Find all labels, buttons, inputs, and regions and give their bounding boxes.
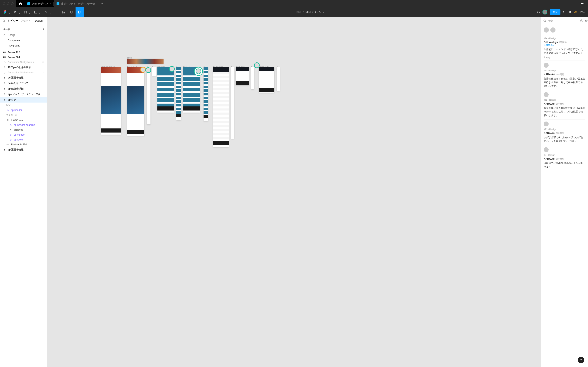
layer-item[interactable]: Frame 684 xyxy=(0,55,47,60)
filter-icon[interactable] xyxy=(585,19,588,22)
comment-thread[interactable]: #12 · DesignNARA Aoi1時間前背景画像は高さ186pxで固定、… xyxy=(544,90,585,119)
layer-label: sp-header-headline xyxy=(14,124,35,126)
frame-sp-3[interactable] xyxy=(176,67,181,120)
layer-item[interactable]: スクロール xyxy=(0,113,47,118)
component-icon: ◇ xyxy=(9,124,12,126)
layer-item[interactable]: #1920pxのときの表示 xyxy=(0,65,47,70)
svg-point-18 xyxy=(587,20,588,21)
avatar xyxy=(544,122,549,126)
frame-pc-study[interactable] xyxy=(213,67,229,147)
svg-rect-5 xyxy=(35,11,37,13)
layer-item[interactable]: ◇Annotation Sticky Notes👁 xyxy=(0,60,47,65)
layer-item[interactable]: ◇sp-header-headline xyxy=(0,123,47,127)
layer-item[interactable]: #pc/私たちについて xyxy=(0,81,47,86)
help-button[interactable]: ? xyxy=(578,357,584,363)
page-item-design[interactable]: ✓Design xyxy=(3,33,44,38)
page-selector[interactable]: Design ⌃ xyxy=(35,19,45,22)
layer-item[interactable]: ◇Annotation Sticky Notes👁 xyxy=(0,70,47,75)
share-button[interactable]: 共有 xyxy=(550,9,561,15)
layer-item[interactable]: ◇sp-contact xyxy=(0,132,47,137)
layer-item[interactable]: #sp/運営者情報 xyxy=(0,147,47,152)
layer-item[interactable]: ≡Frame 745 xyxy=(0,118,47,123)
layers-tab[interactable]: レイヤー xyxy=(8,19,18,22)
hand-tool[interactable] xyxy=(67,7,76,17)
layer-item[interactable]: #sp/勉強会詳細 xyxy=(0,86,47,92)
svg-rect-13 xyxy=(4,57,6,58)
frame-sp-5[interactable] xyxy=(231,67,234,139)
shape-tool[interactable]: ▾ xyxy=(31,7,41,17)
avatar[interactable] xyxy=(550,27,555,33)
menu-button[interactable]: ••• xyxy=(578,2,588,5)
layer-label: sp/ハンバーガーメニュー中身 xyxy=(8,92,41,96)
resources-tool[interactable] xyxy=(59,7,67,17)
layer-item[interactable]: ◇sp-footer xyxy=(0,137,47,142)
layer-item[interactable]: #archives xyxy=(0,127,47,132)
layer-item[interactable]: —Rectangle 250 xyxy=(0,142,47,147)
frame-pc-admin[interactable] xyxy=(259,67,274,92)
comment-reply-count[interactable]: 1 reply xyxy=(544,56,585,58)
dev-mode-button[interactable] xyxy=(563,10,567,14)
breadcrumb-team[interactable]: DIST xyxy=(296,11,301,13)
pen-tool[interactable]: ▾ xyxy=(41,7,51,17)
frame-sp-7[interactable] xyxy=(277,67,280,91)
comment-search-input[interactable] xyxy=(548,19,579,22)
search-icon[interactable] xyxy=(2,19,5,22)
user-avatar[interactable] xyxy=(543,9,547,15)
svg-point-9 xyxy=(3,20,4,21)
layer-label: Annotation Sticky Notes xyxy=(8,61,34,64)
present-button[interactable] xyxy=(569,11,572,13)
text-tool[interactable] xyxy=(51,7,59,17)
frame-sp-6[interactable] xyxy=(251,67,254,89)
assets-tab[interactable]: アセット xyxy=(21,19,31,22)
comment-thread[interactable]: #11 · DesignNARA Aoi1時間前タグが全部で6つあるので6つタグ… xyxy=(544,119,585,145)
frame-sp-2[interactable] xyxy=(152,67,156,76)
frame-tool[interactable]: ▾ xyxy=(20,7,31,17)
avatar[interactable] xyxy=(544,27,549,33)
frame-sp-4[interactable] xyxy=(204,67,208,121)
comment-tool[interactable] xyxy=(76,7,84,17)
add-tab-button[interactable]: + xyxy=(98,2,106,5)
svg-point-4 xyxy=(4,12,5,14)
layer-item[interactable]: ◇sp-header xyxy=(0,108,47,113)
missing-fonts[interactable]: A? xyxy=(574,11,578,13)
page-item-playground[interactable]: Playground xyxy=(3,43,44,48)
window-traffic-lights[interactable] xyxy=(0,2,16,5)
tab-dist-design[interactable]: DIST デザイン × xyxy=(25,0,54,7)
layer-item[interactable]: #sp/ハンバーガーメニュー中身 xyxy=(0,92,47,97)
comment-thread[interactable]: #13 · DesignNARA Aoi1時間前背景画像は高さ186pxで固定、… xyxy=(544,61,585,90)
home-tab[interactable] xyxy=(16,0,25,7)
layer-label: pc/運営者情報 xyxy=(8,76,24,80)
comment-time: 1時間前 xyxy=(556,103,564,105)
comment-author: NARA Aoi xyxy=(544,73,555,76)
frame-sp-1[interactable] xyxy=(147,67,150,124)
hidden-icon[interactable]: 👁 xyxy=(42,61,44,64)
canvas[interactable]: slide1920pxのとき...pc/トップ...s...s...pc/一覧s… xyxy=(47,17,541,367)
zoom-control[interactable]: 5% ▾ xyxy=(580,11,585,13)
svg-point-3 xyxy=(5,11,6,13)
sort-icon[interactable] xyxy=(580,19,583,22)
layer-item[interactable]: #pc/運営者情報 xyxy=(0,75,47,81)
frame-1920[interactable] xyxy=(101,67,121,134)
layer-item[interactable]: 固定 xyxy=(0,103,47,108)
move-tool[interactable]: ▾ xyxy=(10,7,20,17)
frame-pc-top[interactable] xyxy=(127,67,144,136)
frame-slide[interactable] xyxy=(127,59,164,64)
breadcrumb-file[interactable]: DIST デザイン xyxy=(305,10,321,14)
frame-icon: # xyxy=(3,66,6,69)
frame-pc-about[interactable] xyxy=(236,67,249,85)
close-icon[interactable]: × xyxy=(49,2,51,5)
comment-thread[interactable]: #9 · DesignNARA Aoi1時間前現時点では15個勉強会のボタンがあ… xyxy=(544,145,585,171)
main-menu[interactable]: ▾ xyxy=(0,7,10,17)
layer-item[interactable]: #sp/タグ xyxy=(0,97,47,103)
tab-fuji-direct[interactable]: 藤ダイレクト - デザインデータ xyxy=(54,0,98,7)
audio-button[interactable] xyxy=(536,10,540,14)
add-page-button[interactable]: + xyxy=(43,28,44,31)
page-item-component[interactable]: Component xyxy=(3,38,44,43)
multiplayer-cursor xyxy=(145,67,151,73)
hidden-icon[interactable]: 👁 xyxy=(42,71,44,74)
pages-heading: ページ xyxy=(3,28,10,31)
frame-pc-list[interactable] xyxy=(157,67,174,113)
layer-item[interactable]: Frame 722 xyxy=(0,50,47,55)
chevron-down-icon[interactable]: ▾ xyxy=(323,11,324,13)
comment-thread[interactable]: #14 · DesignOKI Yoshiya1時間前NARA Aoi全体的に、… xyxy=(544,35,585,61)
